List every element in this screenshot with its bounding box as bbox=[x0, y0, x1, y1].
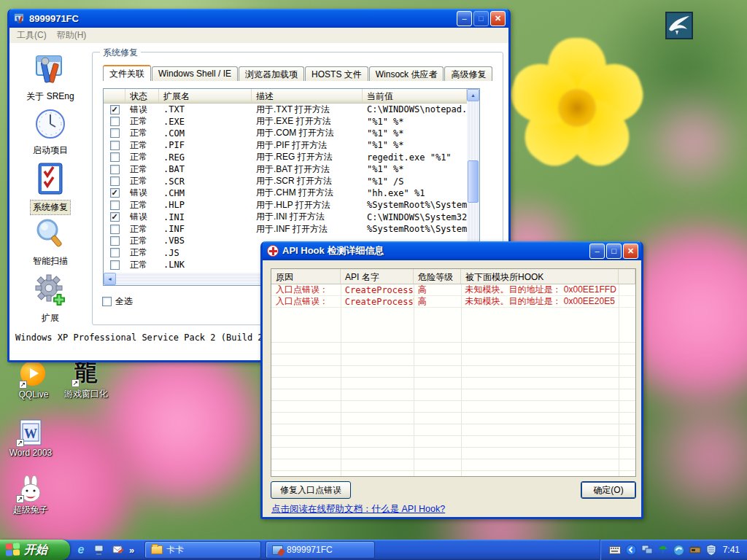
header-reason[interactable]: 原因 bbox=[271, 269, 341, 284]
shield-icon[interactable] bbox=[705, 544, 717, 556]
value-cell: "%1" %* bbox=[363, 164, 467, 174]
tab-browser-addons[interactable]: 浏览器加载项 bbox=[239, 66, 304, 81]
desc-cell: 用于.SCR 打开方法 bbox=[252, 175, 363, 187]
dialog-minimize-button[interactable]: – bbox=[589, 244, 605, 259]
dialog-close-button[interactable]: ✕ bbox=[623, 244, 638, 259]
show-desktop-icon[interactable] bbox=[93, 543, 106, 556]
table-row[interactable]: 正常.HLP用于.HLP 打开方法%SystemRoot%\System32\ bbox=[104, 199, 467, 211]
tab-file-association[interactable]: 文件关联 bbox=[103, 65, 151, 81]
keyboard-layout-icon[interactable] bbox=[609, 544, 621, 556]
header-hooked-by[interactable]: 被下面模块所HOOK bbox=[461, 269, 619, 284]
antivirus-umbrella-icon[interactable]: ☂ bbox=[657, 544, 669, 556]
table-row[interactable]: 错误.TXT用于.TXT 打开方法C:\WINDOWS\notepad.exe bbox=[104, 104, 467, 115]
table-row[interactable]: 错误.CHM用于.CHM 打开方法"hh.exe" %1 bbox=[104, 187, 467, 199]
hook-row[interactable]: 入口点错误： CreateProcessW 高 未知模块。目的地址是： 0x00… bbox=[271, 296, 635, 308]
table-header: 状态 扩展名 描述 当前值 bbox=[104, 89, 467, 104]
fix-entry-point-button[interactable]: 修复入口点错误 bbox=[271, 481, 351, 499]
help-link[interactable]: 点击阅读在线帮助文档：什么是 API Hook? bbox=[271, 503, 445, 516]
memory-chip-icon[interactable] bbox=[689, 544, 701, 556]
tab-winsock-providers[interactable]: Winsock 供应者 bbox=[369, 66, 444, 81]
row-checkbox[interactable] bbox=[110, 128, 120, 138]
value-cell: %SystemRoot%\System32\ bbox=[363, 224, 467, 234]
table-row[interactable]: 正常.SCR用于.SCR 打开方法"%1" /S bbox=[104, 175, 467, 187]
taskbar-item-sreng[interactable]: 8999971FC bbox=[266, 541, 375, 559]
header-current-value[interactable]: 当前值 bbox=[363, 89, 467, 103]
tab-hosts-file[interactable]: HOSTS 文件 bbox=[305, 66, 368, 81]
desktop-icon-game-windower[interactable]: 龍 ↗ 游戏窗口化 bbox=[55, 359, 117, 400]
row-checkbox[interactable] bbox=[110, 141, 120, 150]
start-button[interactable]: 开始 bbox=[0, 540, 70, 560]
bg-pink-flower-small bbox=[638, 88, 747, 197]
minimize-button[interactable]: – bbox=[457, 11, 472, 26]
maximize-button[interactable]: □ bbox=[473, 11, 489, 26]
table-row[interactable]: 错误.INI用于.INI 打开方法C:\WINDOWS\System32\NO bbox=[104, 211, 467, 223]
header-description[interactable]: 描述 bbox=[252, 89, 363, 103]
dialog-titlebar[interactable]: API Hook 检测详细信息 – □ ✕ bbox=[263, 241, 641, 260]
scroll-up-button[interactable]: ▲ bbox=[467, 89, 479, 101]
dialog-table-header: 原因 API 名字 危险等级 被下面模块所HOOK bbox=[271, 269, 635, 284]
row-checkbox[interactable] bbox=[110, 176, 120, 186]
dialog-title: API Hook 检测详细信息 bbox=[282, 244, 589, 257]
menu-help[interactable]: 帮助(H) bbox=[57, 29, 87, 42]
folder-icon bbox=[151, 545, 163, 554]
taskbar-item-kaka[interactable]: 卡卡 bbox=[144, 541, 261, 559]
value-cell: regedit.exe "%1" bbox=[363, 152, 467, 163]
level-cell: 高 bbox=[414, 295, 461, 308]
row-checkbox[interactable] bbox=[110, 260, 120, 270]
close-button[interactable]: ✕ bbox=[490, 11, 506, 26]
scroll-left-button[interactable]: ◄ bbox=[104, 273, 116, 285]
sidebar-label: 启动项目 bbox=[31, 144, 70, 158]
tab-windows-shell-ie[interactable]: Windows Shell / IE bbox=[152, 66, 238, 81]
table-row[interactable]: 正常.COM用于.COM 打开方法"%1" %* bbox=[104, 128, 467, 139]
shortcut-arrow-icon: ↗ bbox=[19, 381, 27, 389]
hook-row[interactable]: 入口点错误： CreateProcessA 高 未知模块。目的地址是： 0x00… bbox=[271, 284, 635, 296]
row-checkbox[interactable] bbox=[110, 188, 120, 198]
scheduler-icon[interactable] bbox=[673, 544, 685, 556]
header-status[interactable]: 状态 bbox=[125, 89, 159, 103]
network-icon[interactable] bbox=[641, 544, 653, 556]
sidebar-item-about[interactable]: 关于 SREng bbox=[9, 52, 91, 104]
table-row[interactable]: 正常.PIF用于.PIF 打开方法"%1" %* bbox=[104, 139, 467, 151]
row-checkbox[interactable] bbox=[110, 152, 120, 162]
row-checkbox[interactable] bbox=[110, 117, 120, 126]
tab-advanced-repair[interactable]: 高级修复 bbox=[444, 66, 492, 81]
row-checkbox[interactable] bbox=[110, 212, 120, 222]
sidebar-item-system-repair[interactable]: 系统修复 bbox=[9, 161, 91, 214]
row-checkbox[interactable] bbox=[110, 165, 120, 174]
main-titlebar[interactable]: 8999971FC – □ ✕ bbox=[9, 9, 508, 28]
select-all-label: 全选 bbox=[115, 295, 133, 308]
quick-launch-overflow-chevron[interactable]: » bbox=[129, 545, 134, 556]
vertical-scroll-thumb[interactable] bbox=[468, 160, 479, 203]
outlook-express-icon[interactable] bbox=[111, 543, 124, 556]
ok-button[interactable]: 确定(O) bbox=[581, 481, 636, 499]
header-risk-level[interactable]: 危险等级 bbox=[414, 269, 461, 284]
row-checkbox[interactable] bbox=[110, 236, 120, 246]
menu-tools[interactable]: 工具(C) bbox=[17, 29, 47, 42]
row-checkbox[interactable] bbox=[110, 225, 120, 234]
hide-icons-chevron-icon[interactable] bbox=[625, 544, 637, 556]
swallow-desktop-icon[interactable] bbox=[665, 12, 693, 39]
sidebar-item-startup[interactable]: 启动项目 bbox=[9, 107, 91, 158]
sidebar-item-smart-scan[interactable]: 智能扫描 bbox=[9, 217, 91, 268]
status-cell: 错误 bbox=[125, 187, 159, 199]
desktop-icon-word2003[interactable]: W ↗ Word 2003 bbox=[0, 419, 61, 458]
sidebar-item-extensions[interactable]: 扩展 bbox=[9, 272, 91, 325]
desktop-icon-super-rabbit[interactable]: ↗ 超级兔子 bbox=[0, 475, 61, 516]
ie-icon[interactable]: e bbox=[74, 543, 88, 556]
yellow-flower bbox=[506, 38, 649, 181]
row-checkbox[interactable] bbox=[110, 248, 120, 257]
row-checkbox[interactable] bbox=[110, 105, 120, 114]
dialog-maximize-button[interactable]: □ bbox=[606, 244, 622, 259]
row-checkbox[interactable] bbox=[110, 201, 120, 210]
header-extension[interactable]: 扩展名 bbox=[159, 89, 252, 103]
header-api-name[interactable]: API 名字 bbox=[341, 269, 414, 284]
select-all-checkbox[interactable] bbox=[102, 297, 112, 306]
bg-pink-flower-right-low bbox=[635, 379, 747, 532]
tray-clock[interactable]: 7:41 bbox=[723, 545, 740, 555]
table-row[interactable]: 正常.EXE用于.EXE 打开方法"%1" %* bbox=[104, 115, 467, 127]
table-row[interactable]: 正常.BAT用于.BAT 打开方法"%1" %* bbox=[104, 163, 467, 175]
table-row[interactable]: 正常.REG用于.REG 打开方法regedit.exe "%1" bbox=[104, 152, 467, 163]
table-row[interactable]: 正常.INF用于.INF 打开方法%SystemRoot%\System32\ bbox=[104, 223, 467, 235]
ext-cell: .COM bbox=[159, 128, 252, 139]
desktop-icon-label: 游戏窗口化 bbox=[55, 388, 117, 400]
